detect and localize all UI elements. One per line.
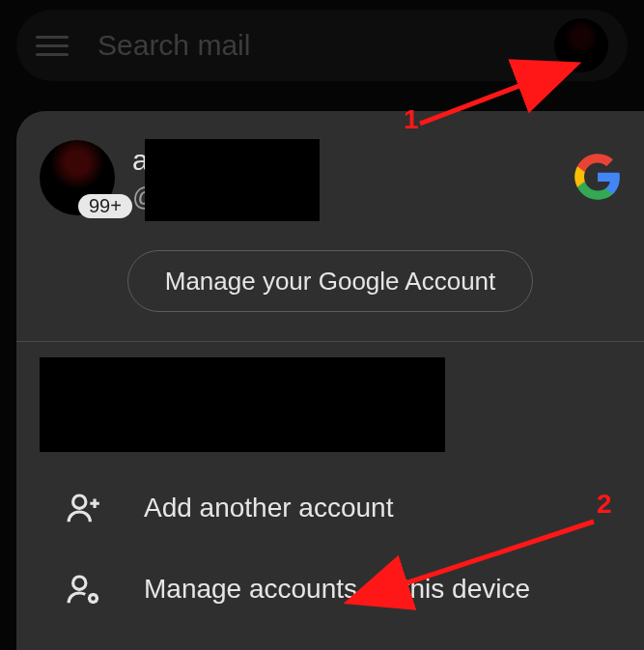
hamburger-menu-icon[interactable] xyxy=(36,29,69,62)
account-avatar-button[interactable] xyxy=(554,18,608,72)
annotation-label-1: 1 xyxy=(404,104,419,135)
menu-item-label: Add another account xyxy=(144,493,393,523)
svg-point-1 xyxy=(73,577,86,589)
redaction-box xyxy=(40,357,445,452)
annotation-label-2: 2 xyxy=(597,489,612,520)
notification-count-badge: 99+ xyxy=(78,194,132,218)
person-gear-icon xyxy=(65,570,103,608)
svg-point-2 xyxy=(90,595,98,603)
menu-item-label: Manage accounts on this device xyxy=(144,574,530,605)
current-account-avatar[interactable]: 99+ xyxy=(40,140,115,215)
svg-point-0 xyxy=(73,495,86,508)
search-bar[interactable]: Search mail xyxy=(16,10,628,81)
divider xyxy=(16,341,644,342)
search-input-placeholder[interactable]: Search mail xyxy=(98,29,554,62)
redaction-box xyxy=(145,139,320,221)
google-logo-icon xyxy=(573,152,623,202)
manage-google-account-button[interactable]: Manage your Google Account xyxy=(127,250,533,312)
person-add-icon xyxy=(65,489,103,527)
add-another-account-item[interactable]: Add another account xyxy=(16,467,644,549)
manage-accounts-item[interactable]: Manage accounts on this device xyxy=(16,549,644,630)
current-account-row[interactable]: 99+ an @gmail.com xyxy=(16,111,644,215)
account-panel: 99+ an @gmail.com Manage your Google Acc… xyxy=(16,111,644,650)
